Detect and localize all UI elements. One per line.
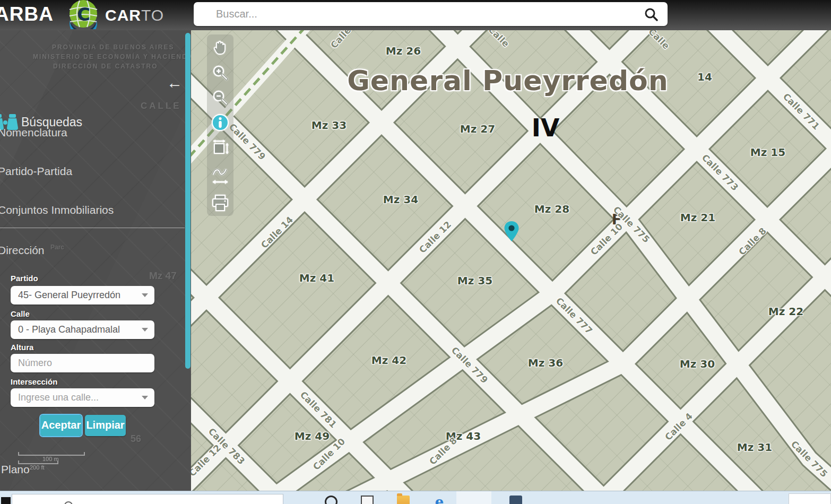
zoom-in-tool[interactable] [209, 62, 231, 83]
calle-select-value: 0 - Playa Cahapadmalal [18, 324, 120, 335]
map-label-mz-30: Mz 30 [680, 358, 715, 370]
partido-select-value: 45- General Pueyrredón [18, 290, 120, 301]
chevron-down-icon [142, 293, 148, 297]
carto-globe-icon: C [68, 0, 99, 29]
zoom-extent-tool[interactable] [209, 136, 231, 158]
calle-label: Calle [11, 309, 30, 318]
top-bar: ARBA C CARTO [0, 0, 831, 30]
district-title: General Pueyrredón [347, 65, 669, 97]
aceptar-button[interactable]: Aceptar [40, 415, 82, 436]
folder-icon[interactable] [397, 496, 410, 504]
map-label-mz-49: Mz 49 [295, 430, 330, 442]
interseccion-select[interactable]: Ingrese una calle... [11, 388, 154, 407]
arba-carto-gis-app: ARBA C CARTO [0, 0, 831, 504]
chevron-down-icon [142, 396, 148, 399]
scale-meters: 100 m [18, 456, 87, 462]
map-label-mz-28: Mz 28 [534, 203, 569, 215]
sidebar: PROVINCIA DE BUENOS AIRES MINISTERIO DE … [0, 30, 191, 491]
partido-select[interactable]: 45- General Pueyrredón [11, 286, 154, 305]
pan-hand-tool[interactable] [209, 37, 231, 58]
calle-select[interactable]: 0 - Playa Cahapadmalal [11, 320, 154, 339]
ghost-label: 56 [131, 433, 141, 445]
limpiar-button[interactable]: Limpiar [85, 415, 126, 436]
map-label-mz-26: Mz 26 [386, 45, 421, 57]
district-title-superscript: 14 [697, 71, 712, 83]
partido-label: Partido [11, 274, 38, 283]
chevron-down-icon [142, 328, 148, 332]
map-canvas[interactable]: General Pueyrredón 14 IV F Mz 26Mz 33Mz … [191, 30, 831, 491]
watermark-line: MINISTERIO DE ECONOMÍA Y HACIENDA [33, 53, 191, 60]
map-label-mz-41: Mz 41 [299, 272, 334, 284]
map-toolbar [207, 34, 233, 216]
map-label-mz-42: Mz 42 [371, 354, 406, 367]
map-label-mz-33: Mz 33 [311, 119, 347, 132]
print-tool[interactable] [209, 192, 231, 214]
altura-field-wrap [11, 354, 154, 372]
watermark-line: DIRECCIÓN DE CATASTRO [53, 63, 158, 70]
task-view-icon[interactable] [361, 496, 374, 504]
svg-text:C: C [77, 4, 90, 25]
arba-logo: ARBA [0, 3, 54, 25]
map-base-layer [191, 30, 831, 491]
sidebar-divider [0, 228, 185, 228]
map-label-mz-15: Mz 15 [750, 146, 785, 159]
carto-logo: C CARTO [68, 0, 164, 30]
active-app-highlight [456, 491, 491, 504]
carto-wordmark: CARTO [105, 6, 164, 24]
sidebar-scrollbar[interactable] [185, 33, 191, 369]
sidebar-item-conjuntos-inmobiliarios[interactable]: Conjuntos Inmobiliarios [0, 204, 185, 216]
interseccion-select-value: Ingrese una calle... [18, 392, 99, 403]
measure-tool[interactable] [209, 161, 231, 189]
altura-label: Altura [11, 343, 33, 352]
taskbar-search-box[interactable] [12, 494, 283, 504]
plano-section[interactable]: Plano [1, 463, 30, 476]
map-label-mz-36: Mz 36 [528, 357, 563, 369]
internet-explorer-icon[interactable]: e [433, 496, 446, 504]
map-label-mz-35: Mz 35 [457, 274, 492, 287]
collapse-sidebar-arrow-icon[interactable]: ← [167, 75, 183, 91]
map-label-mz-22: Mz 22 [768, 305, 803, 318]
sidebar-item-direccion[interactable]: Dirección [0, 244, 185, 257]
map-label-mz-31: Mz 31 [737, 441, 772, 454]
search-icon[interactable] [644, 7, 658, 21]
zone-roman-label: IV [532, 114, 560, 142]
location-pin-icon [504, 221, 520, 241]
start-button[interactable] [1, 497, 11, 504]
tray-white-box [789, 493, 831, 504]
watermark-line: PROVINCIA DE BUENOS AIRES [52, 44, 174, 51]
ghost-label: Mz 47 [149, 270, 177, 282]
map-label-mz-21: Mz 21 [680, 211, 715, 224]
cortana-icon[interactable] [325, 496, 337, 504]
photos-icon[interactable] [509, 496, 522, 504]
map-label-mz-27: Mz 27 [460, 123, 495, 135]
ghost-label: CALLE [141, 101, 181, 111]
interseccion-label: Intersección [11, 377, 57, 386]
map-label-mz-34: Mz 34 [383, 193, 418, 206]
altura-input[interactable] [18, 358, 138, 369]
sidebar-item-nomenclatura[interactable]: Nomenclatura [0, 126, 185, 139]
zoom-out-tool[interactable] [209, 86, 231, 108]
map-search-bar [194, 2, 668, 26]
search-input[interactable] [194, 8, 644, 20]
windows-taskbar: e [0, 491, 831, 504]
taskbar-search-icon [64, 501, 73, 504]
sidebar-item-partido-partida[interactable]: Partido-Partida [0, 165, 185, 178]
info-tool-active[interactable] [209, 111, 231, 133]
